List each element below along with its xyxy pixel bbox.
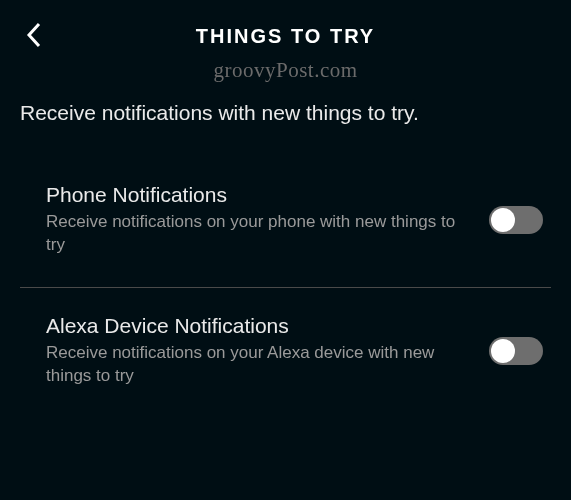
back-button[interactable] <box>24 20 44 54</box>
chevron-left-icon <box>24 20 44 50</box>
setting-subtitle: Receive notifications on your phone with… <box>46 211 469 257</box>
header: THINGS TO TRY <box>0 0 571 54</box>
setting-title: Phone Notifications <box>46 183 469 207</box>
toggle-knob <box>491 339 515 363</box>
watermark-text: groovyPost.com <box>0 58 571 83</box>
setting-row-alexa-device-notifications: Alexa Device Notifications Receive notif… <box>0 296 571 410</box>
divider <box>20 287 551 288</box>
settings-list: Phone Notifications Receive notification… <box>0 125 571 410</box>
setting-subtitle: Receive notifications on your Alexa devi… <box>46 342 469 388</box>
toggle-knob <box>491 208 515 232</box>
setting-text: Alexa Device Notifications Receive notif… <box>46 314 489 388</box>
alexa-device-notifications-toggle[interactable] <box>489 337 543 365</box>
setting-text: Phone Notifications Receive notification… <box>46 183 489 257</box>
setting-title: Alexa Device Notifications <box>46 314 469 338</box>
page-title: THINGS TO TRY <box>196 25 375 48</box>
page-description: Receive notifications with new things to… <box>0 83 571 125</box>
setting-row-phone-notifications: Phone Notifications Receive notification… <box>0 165 571 279</box>
phone-notifications-toggle[interactable] <box>489 206 543 234</box>
